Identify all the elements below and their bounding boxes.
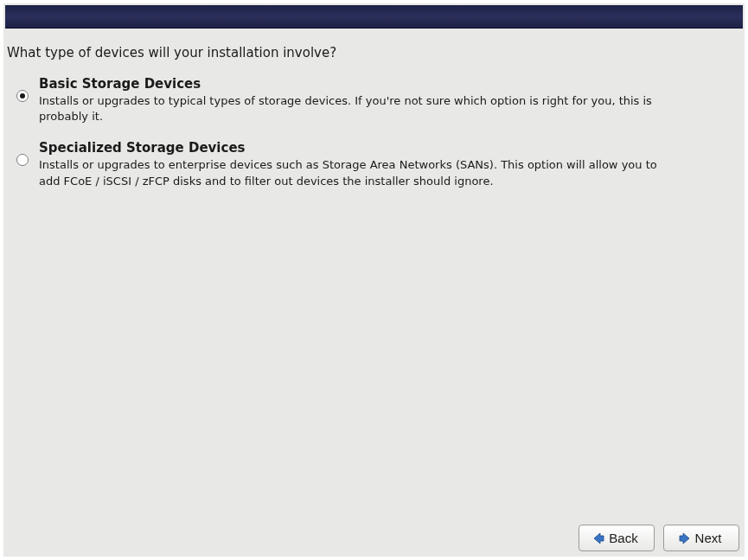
next-label: Next — [695, 531, 722, 545]
next-button[interactable]: Next — [663, 525, 739, 551]
option-desc-basic: Installs or upgrades to typical types of… — [39, 93, 679, 124]
top-banner — [5, 5, 743, 29]
option-text-basic: Basic Storage Devices Installs or upgrad… — [34, 76, 741, 124]
options-group: Basic Storage Devices Installs or upgrad… — [7, 76, 741, 189]
back-label: Back — [609, 531, 637, 545]
option-specialized-storage[interactable]: Specialized Storage Devices Installs or … — [16, 140, 741, 188]
radio-specialized-storage[interactable] — [16, 154, 29, 166]
inner-frame: What type of devices will your installat… — [3, 3, 745, 557]
option-desc-specialized: Installs or upgrades to enterprise devic… — [39, 157, 679, 188]
footer-buttons: Back Next — [579, 525, 739, 551]
arrow-right-icon — [678, 531, 692, 545]
arrow-left-icon — [591, 531, 605, 545]
outer-frame: What type of devices will your installat… — [0, 0, 748, 560]
radio-wrap — [16, 140, 34, 166]
page-question: What type of devices will your installat… — [7, 45, 741, 60]
content-area: What type of devices will your installat… — [3, 30, 745, 557]
radio-basic-storage[interactable] — [16, 90, 29, 102]
option-title-basic: Basic Storage Devices — [39, 76, 741, 92]
option-text-specialized: Specialized Storage Devices Installs or … — [34, 140, 741, 188]
option-basic-storage[interactable]: Basic Storage Devices Installs or upgrad… — [16, 76, 741, 124]
radio-wrap — [16, 76, 34, 102]
option-title-specialized: Specialized Storage Devices — [39, 140, 741, 156]
back-button[interactable]: Back — [579, 525, 655, 551]
